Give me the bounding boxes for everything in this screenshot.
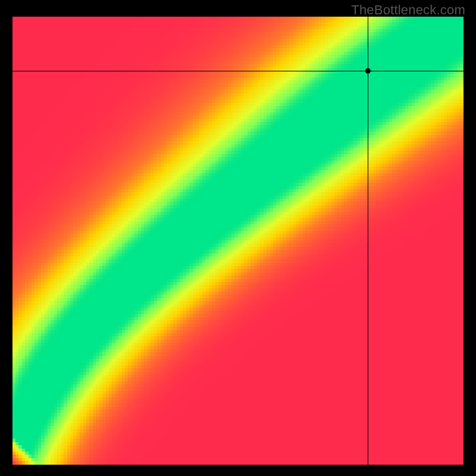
heatmap-plot (12, 17, 464, 465)
watermark-text: TheBottleneck.com (351, 2, 465, 18)
chart-container: TheBottleneck.com (0, 0, 476, 476)
overlay-canvas (12, 17, 464, 465)
